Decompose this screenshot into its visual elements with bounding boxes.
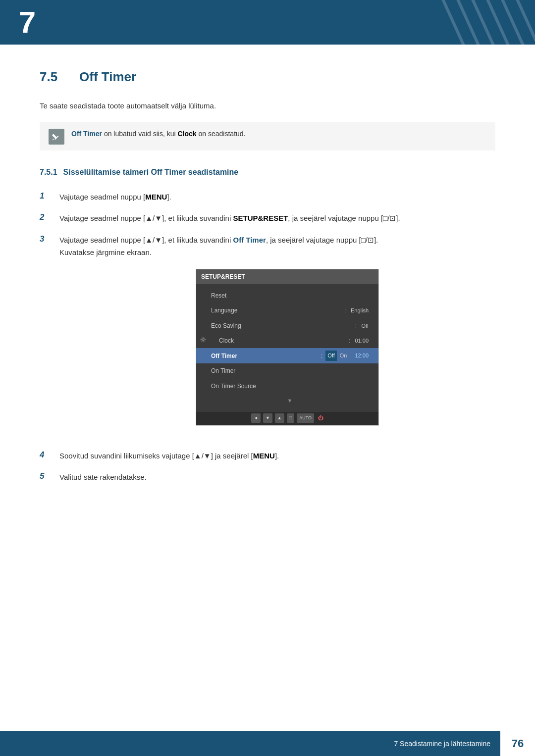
screen-image: SETUP&RESET Reset Language : English <box>196 269 379 426</box>
footer-chapter-label: 7 Seadistamine ja lähtestamine <box>394 740 500 748</box>
page-header: 7 Seadistamine ja lähtestamine <box>0 0 535 45</box>
svg-rect-7 <box>52 134 57 139</box>
menu-item-ontimer: On Timer <box>196 363 378 378</box>
main-content: 7.5 Off Timer Te saate seadistada toote … <box>0 45 535 538</box>
note-text: Off Timer on lubatud vaid siis, kui Cloc… <box>71 128 246 139</box>
step-number-4: 4 <box>40 450 51 460</box>
header-decoration <box>426 0 535 45</box>
screen-button-row: ◄ ▼ ▲ □ AUTO ⏻ <box>196 412 378 425</box>
subsection-number: 7.5.1 <box>40 168 57 177</box>
section-heading: 7.5 Off Timer <box>40 69 495 85</box>
menu-item-reset: Reset <box>196 288 378 303</box>
section-number: 7.5 <box>40 69 69 85</box>
note-icon <box>49 129 64 145</box>
step-number-5: 5 <box>40 471 51 481</box>
menu-item-offtimer: Off Timer : Off On 12:00 <box>196 348 378 363</box>
step-5: 5 Valitud säte rakendatakse. <box>40 471 495 484</box>
intro-text: Te saate seadistada toote automaatselt v… <box>40 100 495 112</box>
header-title: Seadistamine ja lähtestamine <box>79 13 300 32</box>
chapter-number: 7 <box>19 7 36 38</box>
svg-point-9 <box>202 339 204 341</box>
note-highlight-offtimer: Off Timer <box>71 130 102 138</box>
note-box: Off Timer on lubatud vaid siis, kui Cloc… <box>40 122 495 151</box>
svg-line-5 <box>515 0 535 45</box>
menu-item-language: Language : English <box>196 303 378 318</box>
steps-list: 1 Vajutage seadmel nuppu [MENU]. 2 Vajut… <box>40 191 495 484</box>
page-footer: 7 Seadistamine ja lähtestamine 76 <box>0 731 535 756</box>
step-3: 3 Vajutage seadmel nuppe [▲/▼], et liiku… <box>40 234 495 441</box>
step-text-3: Vajutage seadmel nuppe [▲/▼], et liikuda… <box>59 234 495 441</box>
btn-power: ⏻ <box>318 413 323 423</box>
note-text-part4: on seadistatud. <box>199 130 246 138</box>
screen-container: SETUP&RESET Reset Language : English <box>79 269 495 426</box>
btn-up: ▲ <box>275 413 284 423</box>
btn-left: ◄ <box>251 413 261 423</box>
step-text-4: Soovitud suvandini liikumiseks vajutage … <box>59 450 495 462</box>
step-number-1: 1 <box>40 191 51 201</box>
btn-enter: □ <box>287 413 294 423</box>
subsection-title: Sisselülitamise taimeri Off Timer seadis… <box>63 168 239 177</box>
step-text-2: Vajutage seadmel nuppe [▲/▼], et liikuda… <box>59 212 495 225</box>
menu-item-ontimersource: On Timer Source <box>196 379 378 394</box>
menu-item-ecosaving: Eco Saving : Off <box>196 318 378 333</box>
chapter-number-box: 7 <box>0 0 54 45</box>
screen-menu-area: Reset Language : English Eco Saving <box>196 284 378 412</box>
page-number: 76 <box>500 731 535 756</box>
btn-auto: AUTO <box>297 413 314 423</box>
subsection-heading: 7.5.1 Sisselülitamise taimeri Off Timer … <box>40 168 495 177</box>
step-number-2: 2 <box>40 212 51 222</box>
note-highlight-clock: Clock <box>178 130 197 138</box>
section-title: Off Timer <box>79 69 136 85</box>
step-text-1: Vajutage seadmel nuppu [MENU]. <box>59 191 495 203</box>
step-number-3: 3 <box>40 234 51 244</box>
screen-title-bar: SETUP&RESET <box>196 269 378 284</box>
step-text-5: Valitud säte rakendatakse. <box>59 471 495 484</box>
menu-arrow-down: ▼ <box>196 394 378 408</box>
step-2: 2 Vajutage seadmel nuppe [▲/▼], et liiku… <box>40 212 495 225</box>
svg-marker-8 <box>53 139 54 140</box>
step-1: 1 Vajutage seadmel nuppu [MENU]. <box>40 191 495 203</box>
note-text-part2: on lubatud vaid siis, kui <box>104 130 178 138</box>
menu-item-clock: Clock : 01:00 <box>196 333 378 348</box>
gear-icon <box>200 336 206 346</box>
pencil-icon <box>52 132 61 142</box>
step-4: 4 Soovitud suvandini liikumiseks vajutag… <box>40 450 495 462</box>
btn-down: ▼ <box>263 413 272 423</box>
